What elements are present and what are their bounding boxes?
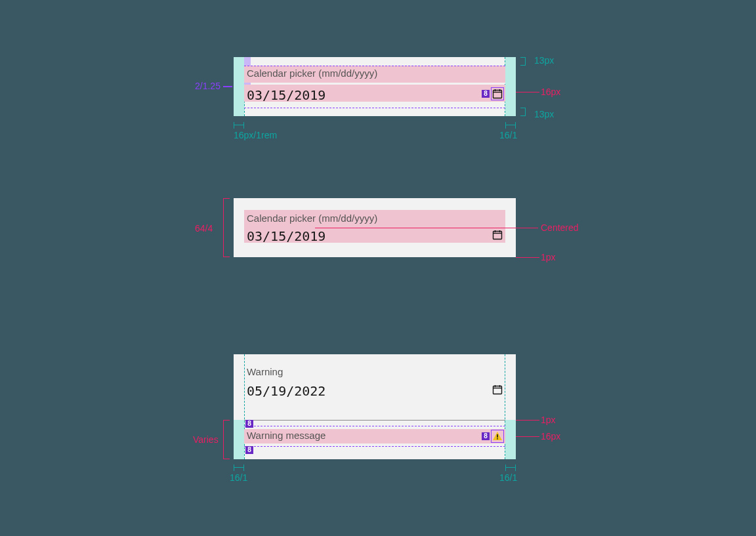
calendar-icon[interactable] [492,89,503,99]
calendar-icon[interactable] [492,230,503,240]
datepicker-label: Calendar picker (mm/dd/yyyy) [247,68,377,79]
svg-rect-8 [494,386,502,394]
spacing-badge-8: 8 [482,432,490,440]
svg-rect-13 [497,438,498,440]
anno-centered: Centered [541,222,579,233]
spacing-badge-8: 8 [245,420,253,428]
spacing-badge-8: 8 [245,446,253,454]
anno-right-13-top: 13px [534,55,554,66]
warning-icon [492,431,503,442]
spacing-badge-8: 8 [482,90,490,98]
helper-text: Warning message [247,430,326,441]
anno-16px-icon: 16px [541,431,560,442]
anno-16-1-right: 16/1 [499,472,517,483]
calendar-icon[interactable] [492,384,503,395]
anno-bottom-right: 16/1 [499,130,517,140]
datepicker-value[interactable]: 03/15/2019 [247,87,326,103]
anno-right-13-bot: 13px [534,109,554,119]
datepicker-value[interactable]: 05/19/2022 [247,383,326,399]
anno-bottom-left: 16px/1rem [234,130,277,140]
anno-1px-divider: 1px [541,415,556,425]
svg-rect-4 [494,232,502,239]
svg-rect-0 [494,91,502,98]
datepicker-label-warning: Warning [247,366,283,377]
datepicker-spec-warning: Warning 05/19/2022 Warning message 8 8 8 [234,354,516,459]
anno-16-1-left: 16/1 [230,472,247,483]
dim-16-right [505,467,516,468]
datepicker-label: Calendar picker (mm/dd/yyyy) [247,213,377,224]
dim-16px-right [505,125,516,125]
anno-left-purple: 2/1.25 [195,81,220,91]
anno-varies: Varies [193,434,219,445]
svg-rect-12 [497,434,498,438]
dim-16-left [234,467,244,468]
datepicker-value[interactable]: 03/15/2019 [247,228,326,244]
anno-64-4: 64/4 [195,223,213,234]
dim-16px-left [234,125,244,125]
anno-right-16: 16px [541,87,560,97]
anno-1px: 1px [541,252,556,262]
datepicker-spec-paddings: Calendar picker (mm/dd/yyyy) 03/15/2019 … [234,57,516,116]
